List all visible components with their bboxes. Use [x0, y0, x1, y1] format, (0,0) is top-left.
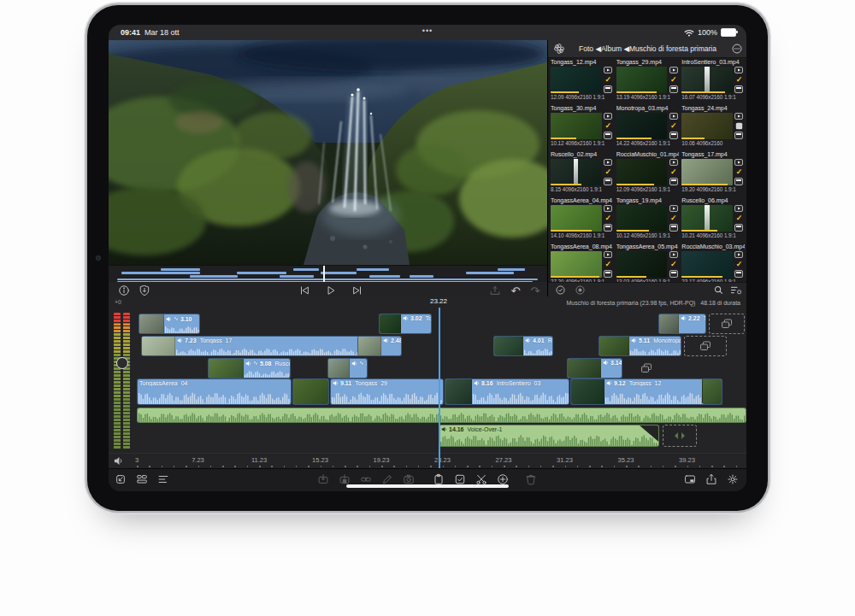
more-options-icon[interactable] [732, 44, 742, 54]
media-thumbnail[interactable] [551, 205, 602, 232]
add-to-queue-icon[interactable] [488, 284, 502, 297]
check-icon[interactable]: ✓ [604, 261, 611, 268]
ruler-tick [687, 466, 689, 467]
media-thumbnail[interactable] [681, 205, 733, 232]
track-layout-icon[interactable] [135, 472, 149, 486]
check-icon[interactable]: ✓ [670, 261, 677, 268]
timeline-clip-tongass-17[interactable]: 7.23Tongass_17 [141, 336, 372, 356]
delete-clip-icon[interactable] [524, 472, 538, 486]
timeline-clip-tongass-29[interactable]: 9.11Tongass_29 [330, 378, 444, 405]
library-breadcrumb[interactable]: Foto ◀Album ◀Muschio di foresta primaria [548, 44, 746, 53]
sort-icon[interactable] [730, 285, 741, 295]
insert-clip-icon[interactable] [316, 472, 330, 486]
share-export-icon[interactable] [705, 472, 718, 486]
media-item[interactable]: Monotropa_03.mp4✓14.22 4096x2160 1.9:1 [616, 105, 680, 150]
timeline-clip-introsentiero-03[interactable]: 8.16IntroSentiero_03 [445, 378, 569, 405]
check-icon[interactable]: ✓ [736, 168, 743, 176]
clip-name: Monotropa [653, 337, 681, 343]
record-icon[interactable] [575, 285, 585, 295]
media-item[interactable]: RocciaMuschio_01.mp4✓12.09 4096x2160 1.9… [616, 151, 680, 196]
media-item[interactable]: Ruscello_02.mp4✓8.15 4096x2160 1.9:1 [551, 151, 614, 196]
clip-duration: 5.08 [260, 361, 272, 367]
media-thumbnail[interactable] [551, 113, 602, 139]
media-item[interactable]: IntroSentiero_03.mp4✓16.07 4096x2160 1.9… [681, 59, 745, 103]
media-thumbnail[interactable] [616, 159, 668, 185]
media-thumbnail[interactable] [681, 251, 733, 278]
check-icon[interactable]: ✓ [736, 76, 743, 84]
check-icon[interactable]: ✓ [604, 168, 611, 176]
media-thumbnail[interactable] [616, 205, 668, 232]
marker-shield-icon[interactable] [138, 284, 151, 297]
ruler-tick [479, 466, 481, 467]
media-thumbnail[interactable] [681, 159, 733, 185]
media-item[interactable]: Tongass_24.mp410.06 4096x2160 [681, 105, 745, 150]
check-icon[interactable]: ✓ [604, 76, 611, 84]
search-icon[interactable] [714, 285, 723, 295]
timeline-clip[interactable]: ∿3.10 [139, 314, 200, 334]
front-camera [96, 255, 101, 261]
check-icon[interactable]: ✓ [670, 168, 677, 176]
timeline-clip-rusc[interactable]: 2.48Rusc [357, 336, 402, 356]
timeline-clip[interactable]: 3.14 [567, 358, 622, 378]
media-item-meta: 10.21 4096x2160 1.9:1 [681, 232, 745, 238]
media-item[interactable]: Tongass_29.mp4✓13.19 4096x2160 1.9:1 [616, 59, 680, 103]
select-all-icon[interactable] [556, 285, 565, 295]
media-item[interactable]: Tongass_30.mp4✓10.12 4096x2160 1.9:1 [551, 105, 614, 150]
preview-layout-icon[interactable] [683, 472, 697, 486]
undo-icon[interactable]: ↶ [509, 284, 522, 297]
home-indicator[interactable] [346, 484, 509, 488]
import-media-icon[interactable] [114, 472, 127, 486]
media-thumbnail[interactable] [616, 113, 668, 139]
media-item[interactable]: Tongass_19.mp4✓10.12 4096x2160 1.9:1 [616, 197, 680, 242]
check-icon[interactable]: ✓ [604, 214, 611, 222]
check-icon[interactable]: ✓ [670, 214, 677, 222]
clip-waveform [604, 391, 702, 404]
play-icon[interactable] [324, 284, 338, 297]
playhead[interactable] [439, 308, 440, 468]
media-thumbnail[interactable] [681, 67, 733, 93]
timeline-clip-tongass-12[interactable]: 9.12Tongass_12 [570, 378, 722, 405]
timeline-clip[interactable] [292, 378, 329, 405]
timeline-clip-tonga[interactable]: 2.22Tonga [658, 314, 706, 334]
media-item[interactable]: Ruscello_06.mp4✓10.21 4096x2160 1.9:1 [681, 197, 745, 242]
media-thumbnail[interactable] [551, 251, 602, 278]
timeline-ruler[interactable]: 37.2311.2315.2319.2323.2327.2331.2335.23… [109, 453, 746, 469]
media-item[interactable]: Tongass_12.mp4✓12.09 4096x2160 1.9:1 [551, 59, 614, 103]
ruler-tick [222, 466, 224, 467]
check-icon[interactable]: ✓ [736, 261, 743, 268]
video-type-icon [734, 113, 743, 120]
timeline-clip-r[interactable]: 4.01R [493, 336, 553, 356]
media-thumbnail[interactable] [616, 251, 668, 278]
skip-back-icon[interactable] [298, 284, 311, 297]
check-icon[interactable]: ✓ [736, 214, 743, 222]
overview-playhead[interactable] [323, 266, 325, 283]
check-icon[interactable]: ✓ [670, 76, 677, 84]
info-icon[interactable] [117, 284, 131, 297]
media-thumbnail[interactable] [551, 67, 602, 93]
clip-list-icon[interactable] [156, 472, 170, 486]
media-item[interactable]: Tongass_17.mp4✓19.20 4096x2160 1.9:1 [681, 151, 745, 196]
unselected-box-icon[interactable] [735, 122, 743, 130]
ruler-tick [430, 466, 432, 467]
timeline-clip[interactable] [137, 408, 746, 423]
fader-knob[interactable] [116, 357, 128, 369]
skip-forward-icon[interactable] [351, 284, 364, 297]
timeline-clip-tong[interactable]: ∿3.00Tong [327, 358, 368, 378]
timeline-overview[interactable] [109, 265, 547, 283]
check-icon[interactable]: ✓ [604, 122, 611, 130]
check-icon[interactable]: ✓ [670, 122, 677, 130]
timeline-clip-rusce[interactable]: ∿5.08Rusce [208, 358, 291, 378]
media-thumbnail[interactable] [616, 67, 668, 93]
timeline-clip-tongassaerea-04[interactable]: TongassAerea_04 [137, 378, 292, 405]
media-thumbnail[interactable] [681, 113, 733, 139]
redo-icon[interactable]: ↷ [528, 284, 542, 297]
usage-bar [551, 138, 576, 139]
media-item-name: IntroSentiero_03.mp4 [681, 59, 745, 67]
track-mute-speaker-icon[interactable] [114, 456, 123, 466]
media-thumbnail[interactable] [551, 159, 602, 185]
settings-gear-icon[interactable] [726, 472, 740, 486]
timeline-clip-monotropa[interactable]: 5.11Monotropa [598, 336, 681, 356]
media-item[interactable]: TongassAerea_04.mp4✓14.10 4096x2160 1.9:… [551, 197, 614, 242]
timeline-clip-voice-over-1[interactable]: 14.16Voice-Over-1 [439, 425, 659, 447]
timeline-clip-tonga[interactable]: 3.02Tonga [379, 314, 432, 334]
